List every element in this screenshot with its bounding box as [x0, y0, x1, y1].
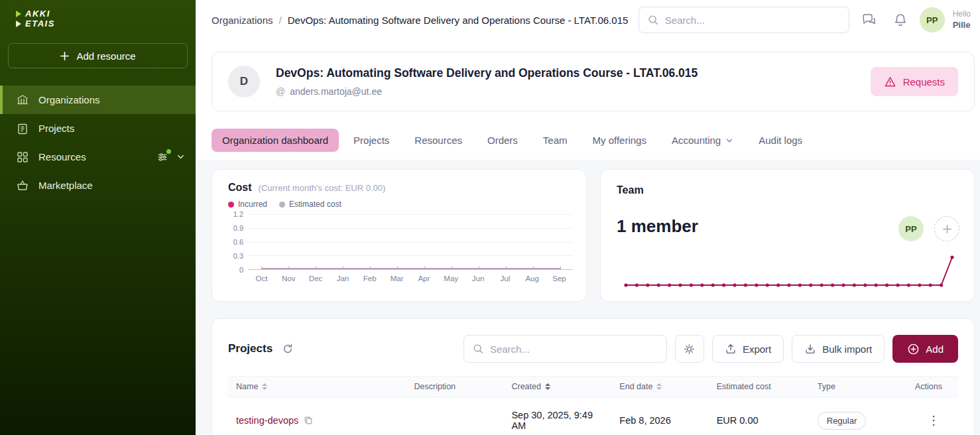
sort-icon: [545, 383, 550, 390]
add-member-button[interactable]: [934, 216, 959, 241]
xtick: Jun: [465, 275, 492, 282]
xtick: Sep: [546, 275, 573, 282]
greeting-text: Hello: [953, 9, 971, 19]
column-header-name[interactable]: Name: [228, 377, 408, 397]
project-link[interactable]: testing-devops: [236, 415, 313, 426]
cost-series-svg: [248, 214, 574, 270]
export-button[interactable]: Export: [712, 335, 784, 363]
projects-search-input[interactable]: [490, 343, 658, 355]
cell-actions: ⋮: [908, 397, 958, 435]
breadcrumb-organizations[interactable]: Organizations: [212, 15, 273, 26]
column-label: Created: [511, 382, 540, 391]
projects-toolbar: Export Bulk import Add: [463, 335, 958, 363]
search-icon: [647, 14, 659, 26]
tab-accounting[interactable]: Accounting: [661, 129, 744, 152]
sort-icon: [656, 383, 662, 390]
user-avatar[interactable]: PP: [920, 7, 945, 32]
tab-label: Team: [543, 135, 568, 146]
import-icon: [804, 343, 816, 355]
tab-my-offerings[interactable]: My offerings: [582, 129, 657, 152]
refresh-button[interactable]: [280, 342, 295, 356]
cell-type: Regular: [811, 397, 908, 435]
chat-button[interactable]: [856, 7, 881, 32]
logo-icon: [16, 21, 21, 27]
plus-circle-icon: [907, 343, 920, 355]
tab-label: Resources: [414, 135, 462, 146]
sidebar-item-organizations[interactable]: Organizations: [0, 86, 196, 114]
requests-button[interactable]: Requests: [871, 67, 958, 96]
type-badge: Regular: [818, 412, 867, 430]
tab-orders[interactable]: Orders: [477, 129, 528, 152]
table-settings-button[interactable]: [675, 335, 704, 363]
column-header-end-date[interactable]: End date: [613, 377, 709, 397]
organization-title: DevOps: Automating Software Delivery and…: [276, 66, 855, 80]
projects-search: [463, 335, 667, 363]
column-label: End date: [619, 382, 652, 391]
logo-text-line1: AKKI: [25, 9, 50, 19]
sidebar-item-label: Marketplace: [38, 180, 93, 191]
chevron-down-icon[interactable]: [176, 153, 185, 161]
app-logo[interactable]: AKKI ETAIS: [0, 0, 196, 31]
row-actions-kebab-button[interactable]: ⋮: [928, 414, 940, 426]
tab-organization-dashboard[interactable]: Organization dashboard: [212, 129, 339, 152]
column-label: Estimated cost: [717, 382, 771, 391]
add-resource-label: Add resource: [76, 50, 135, 62]
legend-label: Incurred: [238, 200, 267, 209]
sidebar-item-projects[interactable]: Projects: [0, 114, 196, 143]
add-resource-button[interactable]: Add resource: [8, 43, 188, 68]
sidebar-item-marketplace[interactable]: Marketplace: [0, 171, 196, 200]
at-sign-icon: @: [276, 86, 285, 97]
tab-resources[interactable]: Resources: [404, 129, 473, 152]
resources-filter-icon[interactable]: [156, 151, 168, 163]
copy-icon[interactable]: [304, 416, 313, 425]
ytick: 0.9: [233, 224, 243, 232]
column-header-actions: Actions: [908, 377, 958, 397]
tab-label: Organization dashboard: [222, 135, 328, 146]
tab-label: Projects: [353, 135, 389, 146]
requests-button-label: Requests: [903, 76, 945, 88]
add-project-button[interactable]: Add: [892, 335, 958, 363]
notifications-bell-button[interactable]: [888, 7, 913, 32]
tab-projects[interactable]: Projects: [343, 129, 400, 152]
organization-email-text: anders.martoja@ut.ee: [290, 86, 382, 97]
project-name: testing-devops: [236, 415, 298, 426]
cell-end-date: Feb 8, 2026: [613, 397, 709, 435]
organization-email[interactable]: @ anders.martoja@ut.ee: [276, 86, 855, 97]
tab-audit-logs[interactable]: Audit logs: [748, 129, 813, 152]
global-search-input[interactable]: [665, 15, 841, 26]
sidebar-item-label: Resources: [38, 151, 86, 162]
tab-label: Accounting: [672, 135, 721, 146]
team-avatars: PP: [898, 216, 959, 241]
sidebar-nav: Organizations Projects Resources Marketp…: [0, 86, 196, 200]
team-card: Team 1 member PP: [600, 169, 975, 302]
table-row: testing-devops Sep 30, 2025, 9:49 AM Feb…: [228, 397, 958, 435]
organization-tabs: Organization dashboard Projects Resource…: [196, 111, 980, 160]
global-search: [639, 7, 849, 33]
sidebar-item-label: Organizations: [38, 94, 100, 105]
add-project-button-label: Add: [926, 343, 944, 355]
sidebar-item-resources[interactable]: Resources: [0, 143, 196, 171]
legend-label: Estimated cost: [289, 200, 341, 209]
sort-icon: [262, 383, 267, 390]
grid-icon: [16, 151, 29, 164]
ytick: 0.6: [233, 238, 243, 246]
xtick: Oct: [248, 275, 275, 282]
member-avatar[interactable]: PP: [898, 216, 924, 241]
legend-estimated: Estimated cost: [279, 200, 341, 209]
column-label: Type: [818, 382, 835, 391]
bulk-import-button[interactable]: Bulk import: [792, 335, 885, 363]
column-header-created[interactable]: Created: [505, 377, 613, 397]
user-initials: PP: [926, 15, 938, 25]
filter-badge-dot: [166, 149, 171, 154]
cell-name: testing-devops: [228, 397, 408, 435]
cost-legend: Incurred Estimated cost: [228, 200, 573, 209]
ytick: 1.2: [233, 210, 243, 218]
organization-info: DevOps: Automating Software Delivery and…: [276, 66, 855, 97]
tab-label: Audit logs: [759, 135, 802, 146]
column-header-estimated-cost: Estimated cost: [710, 377, 811, 397]
topbar: Organizations / DevOps: Automating Softw…: [196, 0, 980, 40]
member-initials: PP: [905, 224, 916, 234]
basket-icon: [16, 179, 29, 192]
main-area: Organizations / DevOps: Automating Softw…: [196, 0, 980, 435]
tab-team[interactable]: Team: [532, 129, 578, 152]
